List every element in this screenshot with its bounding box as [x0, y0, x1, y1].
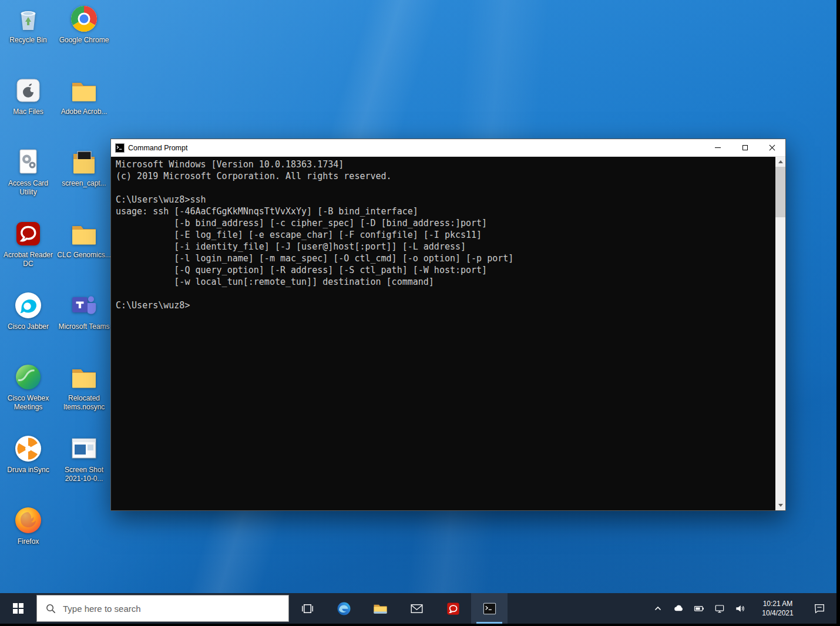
window-controls	[704, 139, 785, 156]
taskbar-clock[interactable]: 10:21 AM 10/4/2021	[752, 599, 803, 618]
titlebar[interactable]: Command Prompt	[111, 139, 785, 157]
desktop-icon-label: screen_capt...	[57, 179, 111, 188]
network-icon	[714, 603, 725, 614]
desktop-icon-label: CLC Genomics...	[57, 251, 111, 260]
network-tray-button[interactable]	[711, 597, 728, 620]
maximize-button[interactable]	[731, 139, 758, 156]
desktop-icon-druva-insync[interactable]: Druva inSync	[1, 433, 55, 474]
taskbar-search[interactable]	[36, 595, 289, 622]
desktop: Recycle Bin Google Chrome Mac Files Adob…	[0, 0, 836, 624]
task-view-button[interactable]	[289, 593, 325, 624]
volume-tray-button[interactable]	[732, 597, 748, 620]
desktop-icon-label: Access Card Utility	[1, 179, 55, 197]
battery-icon	[693, 603, 705, 614]
chrome-icon	[69, 4, 99, 34]
desktop-icon-recycle-bin[interactable]: Recycle Bin	[1, 4, 55, 45]
desktop-icon-label: Relocated Items.nosync	[57, 394, 111, 412]
show-hidden-icons-button[interactable]	[650, 597, 666, 620]
desktop-icon-label: Cisco Webex Meetings	[1, 394, 55, 412]
close-icon	[769, 144, 775, 151]
cmd-app-icon	[115, 143, 125, 153]
desktop-icon-screen-capt[interactable]: screen_capt...	[57, 147, 111, 188]
console-area[interactable]: Microsoft Windows [Version 10.0.18363.17…	[111, 157, 785, 510]
folder-icon	[69, 218, 99, 249]
screen-right-edge	[836, 0, 840, 626]
onedrive-tray-button[interactable]	[670, 597, 687, 620]
command-prompt-window: Command Prompt Microsoft Windows [Versio…	[110, 139, 786, 511]
scroll-down-icon	[778, 504, 783, 507]
desktop-icon-label: Adobe Acrob...	[57, 107, 111, 116]
scroll-down-button[interactable]	[775, 500, 785, 510]
mac-files-icon	[13, 75, 43, 106]
system-tray: 10:21 AM 10/4/2021	[650, 593, 836, 624]
file-explorer-icon	[372, 601, 388, 617]
desktop-icon-label: Recycle Bin	[1, 36, 55, 45]
window-title: Command Prompt	[128, 144, 704, 152]
search-input[interactable]	[37, 595, 288, 621]
firefox-icon	[13, 505, 43, 536]
mail-button[interactable]	[398, 593, 435, 624]
clock-date: 10/4/2021	[752, 608, 803, 618]
desktop-icon-cisco-jabber[interactable]: Cisco Jabber	[1, 290, 55, 331]
scrollbar-thumb[interactable]	[775, 167, 785, 217]
desktop-icon-label: Mac Files	[1, 107, 55, 116]
desktop-icon-adobe-folder[interactable]: Adobe Acrob...	[57, 75, 111, 116]
search-icon	[45, 603, 56, 614]
desktop-icon-clc-genomics[interactable]: CLC Genomics...	[57, 218, 111, 260]
desktop-icon-mac-files[interactable]: Mac Files	[1, 75, 55, 116]
scroll-up-icon	[778, 160, 783, 163]
onedrive-cloud-icon	[673, 603, 684, 614]
adobe-acrobat-button[interactable]	[435, 593, 471, 624]
start-button[interactable]	[0, 593, 36, 624]
command-prompt-taskbar-icon	[482, 601, 498, 617]
edge-icon	[336, 601, 352, 617]
action-center-icon	[813, 602, 826, 615]
battery-tray-button[interactable]	[691, 597, 707, 620]
minimize-icon	[715, 147, 721, 148]
command-prompt-button[interactable]	[471, 593, 508, 624]
close-button[interactable]	[758, 139, 785, 156]
druva-insync-icon	[13, 433, 43, 464]
file-explorer-button[interactable]	[362, 593, 398, 624]
recycle-bin-icon	[13, 4, 43, 34]
console-scrollbar[interactable]	[775, 157, 785, 510]
maximize-icon	[742, 145, 748, 150]
screen-bottom-edge	[0, 624, 840, 626]
adobe-acrobat-icon	[445, 601, 461, 617]
desktop-icon-webex-meetings[interactable]: Cisco Webex Meetings	[1, 362, 55, 412]
desktop-icon-access-card-utility[interactable]: Access Card Utility	[1, 147, 55, 197]
scroll-up-button[interactable]	[775, 157, 785, 167]
desktop-icon-label: Firefox	[1, 537, 55, 546]
console-text: Microsoft Windows [Version 10.0.18363.17…	[111, 157, 775, 510]
desktop-icon-label: Microsoft Teams	[57, 322, 111, 331]
desktop-icon-firefox[interactable]: Firefox	[1, 505, 55, 546]
desktop-icon-label: Google Chrome	[57, 36, 111, 45]
desktop-icon-microsoft-teams[interactable]: Microsoft Teams	[57, 290, 111, 331]
webex-meetings-icon	[13, 362, 43, 392]
minimize-button[interactable]	[704, 139, 731, 156]
acrobat-reader-icon	[13, 218, 43, 249]
clock-time: 10:21 AM	[752, 599, 803, 608]
action-center-button[interactable]	[807, 597, 832, 620]
cisco-jabber-icon	[13, 290, 43, 321]
chevron-up-icon	[652, 603, 664, 614]
desktop-icon-relocated-items[interactable]: Relocated Items.nosync	[57, 362, 111, 412]
access-card-utility-icon	[13, 147, 43, 177]
folder-icon	[69, 362, 99, 392]
task-view-icon	[300, 601, 315, 617]
desktop-icon-screen-shot-file[interactable]: Screen Shot 2021-10-0...	[57, 433, 111, 483]
desktop-icon-label: Screen Shot 2021-10-0...	[57, 466, 111, 483]
desktop-icon-label: Cisco Jabber	[1, 322, 55, 331]
taskbar: 10:21 AM 10/4/2021	[0, 593, 836, 624]
edge-button[interactable]	[325, 593, 362, 624]
volume-icon	[734, 603, 746, 614]
desktop-icon-google-chrome[interactable]: Google Chrome	[57, 4, 111, 45]
microsoft-teams-icon	[69, 290, 99, 321]
desktop-icon-acrobat-reader[interactable]: Acrobat Reader DC	[1, 218, 55, 268]
desktop-icon-label: Acrobat Reader DC	[1, 251, 55, 268]
screen: Recycle Bin Google Chrome Mac Files Adob…	[0, 0, 840, 626]
windows-logo-icon	[13, 603, 23, 614]
screenshot-file-icon	[69, 433, 99, 464]
desktop-icon-label: Druva inSync	[1, 466, 55, 474]
mail-icon	[409, 601, 425, 617]
